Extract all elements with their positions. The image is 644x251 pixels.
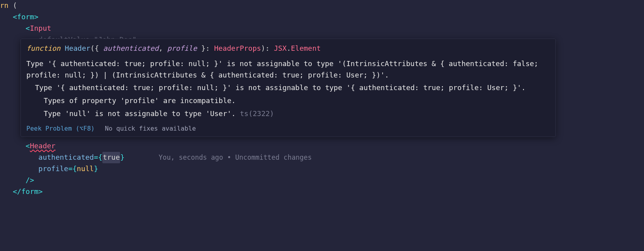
hover-error-widget[interactable]: function Header({ authenticated, profile… xyxy=(20,39,556,137)
error-message-line: Type '{ authenticated: true; profile: nu… xyxy=(26,58,550,81)
bracket-token: </ xyxy=(13,186,22,197)
op-token: = xyxy=(68,163,72,175)
bracket-token: /> xyxy=(26,175,34,186)
hover-footer: Peek Problem (⌥F8) No quick fixes availa… xyxy=(26,124,550,134)
code-line[interactable]: rn ( xyxy=(0,0,644,11)
bracket-token: > xyxy=(39,186,43,197)
attr-token: profile xyxy=(39,163,68,175)
tag-error-token[interactable]: Header xyxy=(30,140,56,152)
bool-token: true xyxy=(103,153,120,161)
op-token: = xyxy=(94,152,98,163)
code-line[interactable]: <Header xyxy=(0,140,644,152)
code-line[interactable]: <form> xyxy=(0,11,644,23)
punct-token: ( xyxy=(9,0,17,11)
error-message-line: Type 'null' is not assignable to type 'U… xyxy=(26,108,550,120)
hover-signature: function Header({ authenticated, profile… xyxy=(26,43,550,54)
code-line[interactable]: authenticated={true} You, seconds ago • … xyxy=(0,152,644,163)
code-line[interactable]: </form> xyxy=(0,186,644,197)
bracket-token: < xyxy=(13,11,17,23)
git-blame-annotation: You, seconds ago • Uncommitted changes xyxy=(159,152,312,163)
attr-token: authenticated xyxy=(39,152,94,163)
error-message-line: Types of property 'profile' are incompat… xyxy=(26,95,550,107)
bracket-token: < xyxy=(26,23,30,34)
code-line[interactable]: /> xyxy=(0,175,644,186)
tag-token: form xyxy=(17,11,34,23)
bracket-token: < xyxy=(26,140,30,152)
no-quick-fixes-label: No quick fixes available xyxy=(105,124,196,134)
code-line[interactable]: profile={null} xyxy=(0,163,644,175)
error-message-line: Type '{ authenticated: true; profile: nu… xyxy=(26,82,550,94)
peek-problem-link[interactable]: Peek Problem (⌥F8) xyxy=(26,124,94,134)
tag-token: Input xyxy=(30,23,51,34)
code-line[interactable]: <Input xyxy=(0,23,644,34)
tag-token: form xyxy=(21,186,38,197)
error-code: ts(2322) xyxy=(236,109,274,118)
keyword-token: rn xyxy=(0,0,9,11)
null-token: null xyxy=(77,163,94,175)
bracket-token: > xyxy=(34,11,39,23)
